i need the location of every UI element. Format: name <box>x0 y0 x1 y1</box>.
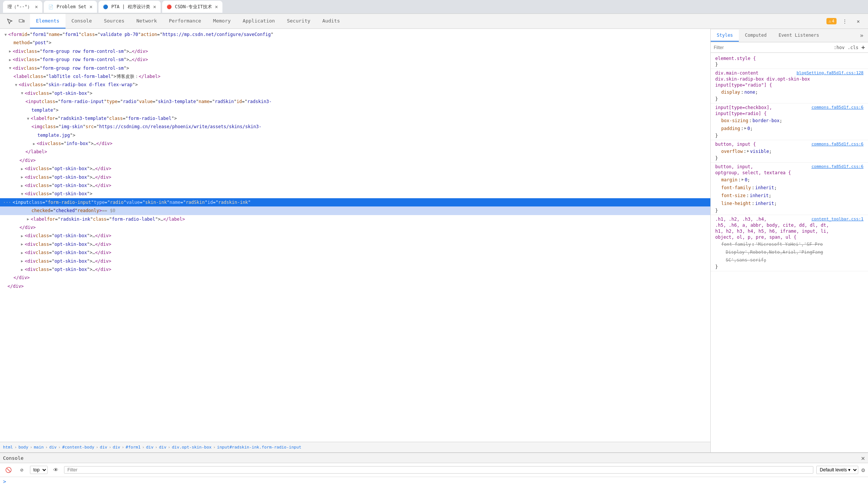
style-selector-button-input[interactable]: button, input { <box>715 142 811 147</box>
breadcrumb-div2[interactable]: div <box>100 445 107 450</box>
dom-line-opt-skin-ink-close[interactable]: </div> <box>0 223 710 232</box>
expand-opt-skin-ink[interactable]: ▼ <box>19 191 25 197</box>
style-prop-font-family-end[interactable]: SC',sans-serif ; <box>715 256 864 264</box>
dom-line-label-radskin-ink[interactable]: ▶ <label for="radskin-ink" class="form-r… <box>0 215 710 223</box>
style-selector-input-checkbox[interactable]: input[type=checkbox], <box>715 105 811 110</box>
tab1-close[interactable]: × <box>35 4 38 10</box>
tab-elements[interactable]: Elements <box>30 14 66 28</box>
dom-line-label-skin3[interactable]: ▼ <label for="radskin3-template" class="… <box>0 114 710 123</box>
breadcrumb-div5[interactable]: div <box>159 445 166 450</box>
expand-opt-skin-8[interactable]: ▶ <box>19 258 25 264</box>
browser-tab-2[interactable]: 📄 Problem Set × <box>44 1 97 13</box>
expand-opt-skin-5[interactable]: ▶ <box>19 233 25 239</box>
dom-line-div1[interactable]: ▶ <div class="form-group row form-contro… <box>0 47 710 55</box>
close-devtools-icon[interactable]: × <box>853 16 864 27</box>
dom-line-opt-skin-5[interactable]: ▶ <div class="opt-skin-box"> … </div> <box>0 232 710 240</box>
breadcrumb-content-body[interactable]: #content-body <box>62 445 94 450</box>
dom-line-img-skin3-b[interactable]: template.jpg"> <box>0 131 710 139</box>
dom-line-div2[interactable]: ▶ <div class="form-group row form-contro… <box>0 55 710 64</box>
style-prop-padding-0[interactable]: padding : ▶ 0 ; <box>715 125 864 133</box>
expand-opt-skin-1[interactable]: ▼ <box>19 90 25 96</box>
browser-tab-1[interactable]: 理（°-·°） × <box>3 1 42 13</box>
breadcrumb-input-radskin-ink[interactable]: input#radskin-ink.form-radio-input <box>217 445 301 450</box>
dom-line-input-skin3[interactable]: <input class="form-radio-input" type="ra… <box>0 97 710 106</box>
dom-line-input-radskin-ink-b[interactable]: checked="checked" readonly> == $0 <box>0 206 710 215</box>
hov-button[interactable]: :hov <box>834 45 845 50</box>
expand-skin-radip[interactable]: ▼ <box>13 82 19 88</box>
more-options-icon[interactable]: ⋮ <box>840 16 850 27</box>
style-prop-margin[interactable]: margin : ▶ 0 ; <box>715 176 864 184</box>
tab-performance[interactable]: Performance <box>163 14 207 28</box>
style-selector-main-content[interactable]: div.main-content <box>715 70 796 76</box>
style-source-blog-setting[interactable]: blogSetting.fa85d1f.css:128 <box>796 70 864 75</box>
style-prop-line-height[interactable]: line-height : inherit ; <box>715 200 864 208</box>
breadcrumb-div3[interactable]: div <box>113 445 120 450</box>
add-style-button[interactable]: + <box>861 44 865 51</box>
style-selector-element[interactable]: element.style { <box>715 56 864 61</box>
style-source-commons-2[interactable]: commons.fa85d1f.css:6 <box>811 142 864 147</box>
breadcrumb-main[interactable]: main <box>34 445 44 450</box>
tab-memory[interactable]: Memory <box>207 14 237 28</box>
warning-badge[interactable]: ⚠ 4 <box>826 18 837 24</box>
tab-network[interactable]: Network <box>130 14 163 28</box>
breadcrumb-html[interactable]: html <box>3 445 13 450</box>
styles-tab-more-icon[interactable]: » <box>855 29 868 42</box>
expand-opt-skin-2[interactable]: ▶ <box>19 166 25 172</box>
style-selector-button-input-optgroup[interactable]: button, input, <box>715 164 811 169</box>
dom-line-opt-skin-8[interactable]: ▶ <div class="opt-skin-box"> … </div> <box>0 257 710 265</box>
console-eye-icon[interactable]: 👁 <box>51 465 61 475</box>
style-prop-font-size[interactable]: font-size : inherit ; <box>715 192 864 200</box>
style-source-content-toolbar[interactable]: content_toolbar.css:1 <box>811 217 864 221</box>
style-prop-display[interactable]: display : none ; <box>715 88 864 96</box>
dom-line-form-group-close[interactable]: </div> <box>0 282 710 290</box>
dom-line-opt-skin-6[interactable]: ▶ <div class="opt-skin-box"> … </div> <box>0 240 710 248</box>
dom-line-label-boketf[interactable]: <label class="labTitle col-form-label"> … <box>0 72 710 81</box>
dom-line-img-skin3[interactable]: <img class="img-skin" src="https://csdni… <box>0 123 710 131</box>
dom-line-form-method[interactable]: method="post"> <box>0 39 710 47</box>
style-selector-h56[interactable]: .h5, .h6, a, abbr, body, cite, dd, dl, d… <box>715 223 864 228</box>
tab-computed[interactable]: Computed <box>739 30 773 42</box>
breadcrumb-opt-skin-box[interactable]: div.opt-skin-box <box>172 445 212 450</box>
console-clear-icon[interactable]: 🚫 <box>3 465 13 475</box>
style-source-commons-3[interactable]: commons.fa85d1f.css:6 <box>811 164 864 169</box>
dom-line-opt-skin-close1[interactable]: </div> <box>0 156 710 164</box>
expand-div3[interactable]: ▼ <box>7 65 13 71</box>
tab-event-listeners[interactable]: Event Listeners <box>773 30 825 42</box>
dom-line-opt-skin-4[interactable]: ▶ <div class="opt-skin-box"> … </div> <box>0 181 710 190</box>
style-selector-h1-h6[interactable]: h1, h2, h3, h4, h5, h6, iframe, input, l… <box>715 229 864 234</box>
styles-filter-input[interactable] <box>714 45 831 50</box>
console-close-icon[interactable]: × <box>861 454 865 462</box>
console-top-select[interactable]: top <box>30 466 48 474</box>
console-level-select[interactable]: Default levels ▾ <box>816 466 858 474</box>
dom-line-opt-skin-ink[interactable]: ▼ <div class="opt-skin-box"> <box>0 190 710 198</box>
style-prop-box-sizing[interactable]: box-sizing : border-box ; <box>715 117 864 125</box>
console-filter-input[interactable] <box>64 466 813 474</box>
expand-div2[interactable]: ▶ <box>7 57 13 63</box>
console-input[interactable] <box>7 479 865 484</box>
dom-line-opt-skin-3[interactable]: ▶ <div class="opt-skin-box"> … </div> <box>0 173 710 181</box>
dom-line-label-close[interactable]: </label> <box>0 148 710 156</box>
expand-opt-skin-3[interactable]: ▶ <box>19 174 25 180</box>
style-prop-font-family[interactable]: font-family : inherit ; <box>715 184 864 192</box>
dom-line-skin-radip-close[interactable]: </div> <box>0 274 710 282</box>
cls-button[interactable]: .cls <box>847 45 858 50</box>
console-filter-icon[interactable]: ⊘ <box>16 465 27 475</box>
device-toolbar-icon[interactable] <box>16 16 27 27</box>
expand-form[interactable]: ▼ <box>3 31 8 38</box>
tab3-close[interactable]: × <box>153 4 156 10</box>
breadcrumb-form1[interactable]: #form1 <box>126 445 141 450</box>
dom-content[interactable]: ▼ <form id="form1" name="form1" class="v… <box>0 29 710 442</box>
style-prop-font-family-strikethrough[interactable]: font-family : 'Microsoft YaHei','SF Pro <box>715 241 864 248</box>
style-selector-input-radio2[interactable]: input[type=radio] { <box>715 111 864 116</box>
breadcrumb-div4[interactable]: div <box>146 445 154 450</box>
tab-styles[interactable]: Styles <box>711 30 739 42</box>
expand-div1[interactable]: ▶ <box>7 48 13 54</box>
tab-audits[interactable]: Audits <box>316 14 346 28</box>
dom-line-opt-skin-1[interactable]: ▼ <div class="opt-skin-box"> <box>0 89 710 97</box>
style-prop-font-family-continue[interactable]: Display',Roboto,Noto,Arial,'PingFang <box>715 248 864 256</box>
style-selector-object-ul[interactable]: object, ol, p, pre, span, ul { <box>715 235 864 240</box>
breadcrumb-div1[interactable]: div <box>49 445 57 450</box>
style-prop-overflow[interactable]: overflow : ▶ visible ; <box>715 148 864 156</box>
dom-line-skin-radip[interactable]: ▼ <div class="skin-radip-box d-flex flex… <box>0 81 710 89</box>
dom-line-input-radskin-ink[interactable]: ··· <input class="form-radio-input" type… <box>0 198 710 206</box>
